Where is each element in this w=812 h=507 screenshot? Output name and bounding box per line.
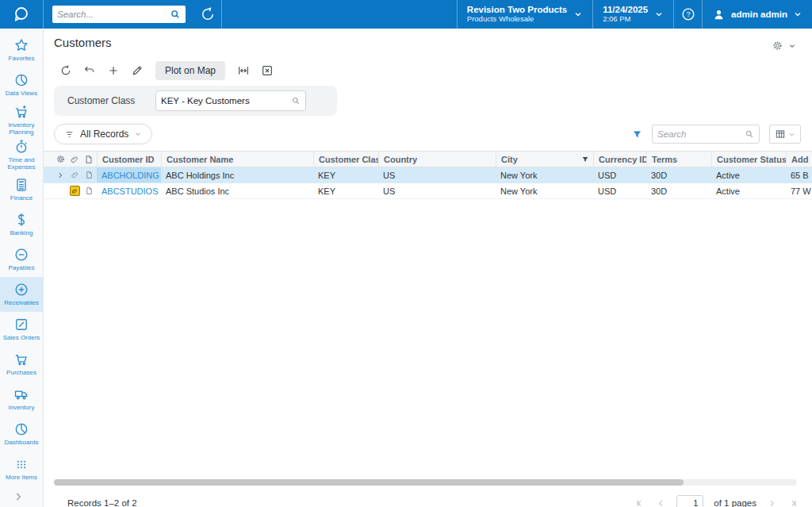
export-to-excel-button[interactable] (255, 60, 279, 81)
filter-lines-icon (64, 129, 75, 140)
cell-customer-status[interactable]: Active (711, 167, 786, 182)
row-expand-chevron-icon[interactable] (54, 171, 67, 179)
main-nav-sidebar: Favorites Data Views Inventory Planning (0, 29, 44, 507)
column-configuration-button[interactable] (769, 125, 801, 144)
attachments-column-icon[interactable] (68, 155, 81, 164)
column-header-customer-status[interactable]: Customer Status (711, 152, 786, 167)
cell-terms[interactable]: 30D (646, 167, 711, 182)
sidebar-item-payables[interactable]: Payables (0, 242, 43, 277)
records-bar: All Records (54, 124, 801, 144)
pages-count-text: of 1 pages (714, 498, 756, 507)
cell-city[interactable]: New York (496, 183, 593, 198)
horizontal-scrollbar[interactable] (54, 479, 797, 486)
grid-search-input[interactable] (657, 129, 745, 139)
business-time: 2:06 PM (603, 15, 648, 24)
column-header-city[interactable]: City (496, 152, 593, 167)
city-filter-funnel-icon[interactable] (581, 156, 589, 163)
active-filter-icon[interactable] (632, 129, 642, 140)
screen-settings-button[interactable] (772, 40, 796, 52)
sidebar-item-sales-orders[interactable]: Sales Orders (0, 312, 43, 347)
cell-customer-class[interactable]: KEY (313, 183, 378, 198)
chevron-down-icon (654, 10, 664, 19)
cell-currency-id[interactable]: USD (593, 183, 646, 198)
search-icon[interactable] (170, 9, 181, 20)
last-page-button[interactable] (787, 498, 798, 507)
cell-terms[interactable]: 30D (646, 183, 711, 198)
chevron-down-icon (788, 42, 796, 50)
topbar-divider (221, 0, 222, 29)
column-header-terms[interactable]: Terms (646, 152, 711, 167)
cell-address[interactable]: 77 W (786, 183, 812, 198)
topbar-right-group: Revision Two Products Products Wholesale… (457, 0, 812, 29)
customer-class-label: Customer Class (67, 95, 135, 106)
app-logo[interactable] (0, 0, 44, 29)
plot-on-map-button[interactable]: Plot on Map (155, 61, 225, 80)
sidebar-item-favorites[interactable]: Favorites (0, 33, 43, 67)
page-number-input[interactable] (676, 495, 703, 507)
cell-customer-name[interactable]: ABC Holdings Inc (161, 167, 313, 182)
lookup-icon[interactable] (291, 96, 301, 106)
business-date-selector[interactable]: 11/24/2025 2:06 PM (592, 0, 673, 29)
customers-grid: Customer ID Customer Name Customer Class… (44, 151, 812, 199)
sidebar-item-receivables[interactable]: Receivables (0, 277, 43, 312)
add-record-button[interactable] (102, 60, 125, 81)
sidebar-item-more-items[interactable]: More Items (0, 451, 43, 486)
cell-country[interactable]: US (378, 183, 496, 198)
cart-icon (13, 351, 29, 367)
svg-text:?: ? (686, 10, 690, 18)
sidebar-item-purchases[interactable]: Purchases (0, 347, 43, 382)
cell-customer-name[interactable]: ABC Studios Inc (161, 183, 313, 198)
next-page-button[interactable] (767, 498, 777, 507)
cell-customer-id[interactable]: ABCHOLDING (97, 167, 161, 182)
plus-circle-icon (13, 282, 29, 298)
table-row[interactable]: ABCSTUDIOS ABC Studios Inc KEY US New Yo… (44, 183, 812, 199)
paperclip-icon[interactable] (68, 171, 81, 179)
top-bar: Revision Two Products Products Wholesale… (0, 0, 812, 29)
grid-dots-icon (13, 456, 29, 472)
cell-currency-id[interactable]: USD (593, 167, 646, 182)
user-menu[interactable]: admin admin (702, 0, 812, 29)
company-branch-selector[interactable]: Revision Two Products Products Wholesale (457, 0, 592, 29)
sidebar-item-inventory[interactable]: Inventory (0, 382, 43, 417)
cell-address[interactable]: 65 B (786, 167, 812, 182)
refresh-button[interactable] (54, 60, 78, 81)
cell-city[interactable]: New York (496, 167, 593, 182)
cell-customer-class[interactable]: KEY (313, 167, 378, 182)
sidebar-collapse-button[interactable] (0, 486, 43, 507)
column-header-customer-class[interactable]: Customer Class (313, 152, 378, 167)
first-page-button[interactable] (635, 498, 645, 507)
horizontal-scrollbar-thumb[interactable] (54, 479, 684, 486)
previous-page-button[interactable] (656, 498, 666, 507)
notes-column-icon[interactable] (82, 155, 95, 164)
table-row[interactable]: ABCHOLDING ABC Holdings Inc KEY US New Y… (44, 167, 812, 183)
recent-history-button[interactable] (194, 0, 221, 29)
customer-class-input[interactable] (161, 96, 291, 106)
sidebar-item-data-views[interactable]: Data Views (0, 67, 43, 102)
row-settings-gear-icon[interactable] (54, 154, 67, 164)
cell-customer-id[interactable]: ABCSTUDIOS (97, 183, 161, 198)
note-icon[interactable] (82, 171, 95, 179)
sidebar-item-inventory-planning[interactable]: Inventory Planning (0, 102, 43, 137)
fit-to-screen-button[interactable] (232, 60, 255, 81)
sidebar-item-time-and-expenses[interactable]: Time and Expenses (0, 137, 43, 172)
note-icon[interactable] (82, 186, 95, 195)
column-header-customer-id[interactable]: Customer ID (97, 152, 161, 167)
column-header-address[interactable]: Add (786, 152, 812, 167)
column-header-customer-name[interactable]: Customer Name (161, 152, 313, 167)
column-header-currency-id[interactable]: Currency ID (593, 152, 646, 167)
help-button[interactable]: ? (673, 0, 702, 29)
view-selector-button[interactable]: All Records (54, 124, 152, 144)
grid-toolbar: Plot on Map (54, 60, 279, 81)
calculator-icon (13, 177, 29, 193)
column-header-country[interactable]: Country (378, 152, 496, 167)
star-icon (13, 37, 29, 53)
cell-country[interactable]: US (378, 167, 496, 182)
sidebar-item-finance[interactable]: Finance (0, 172, 43, 207)
global-search-input[interactable] (57, 10, 170, 19)
sidebar-item-banking[interactable]: Banking (0, 207, 43, 242)
edit-record-button[interactable] (125, 60, 149, 81)
files-attached-icon[interactable] (68, 186, 81, 196)
sidebar-item-dashboards[interactable]: Dashboards (0, 417, 43, 451)
cell-customer-status[interactable]: Active (711, 183, 786, 198)
cancel-button[interactable] (78, 60, 102, 81)
